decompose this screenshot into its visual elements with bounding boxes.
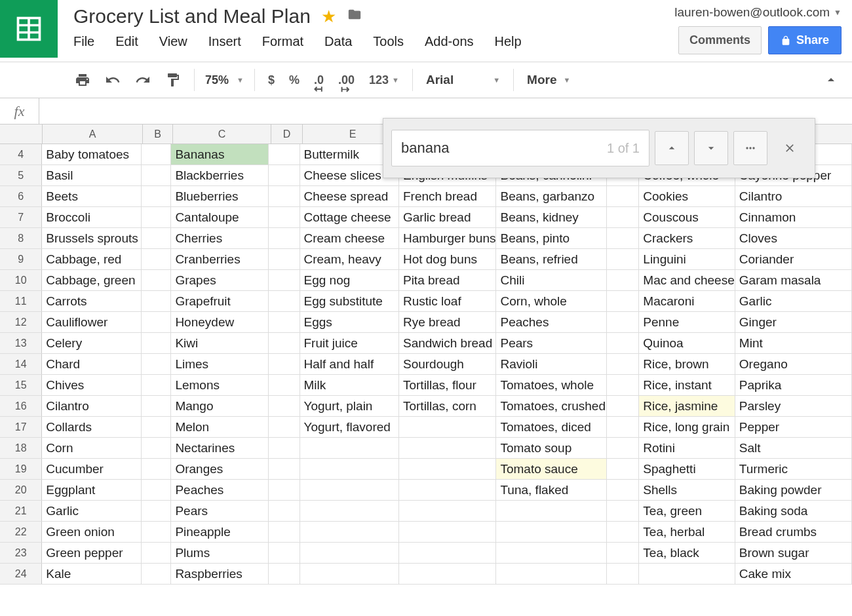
- cell[interactable]: French bread: [399, 186, 497, 206]
- star-icon[interactable]: ★: [321, 7, 336, 27]
- menu-data[interactable]: Data: [324, 34, 352, 49]
- cell[interactable]: [269, 186, 300, 206]
- cell[interactable]: [607, 228, 640, 248]
- format-percent-button[interactable]: %: [284, 69, 305, 91]
- cell[interactable]: Turmeric: [735, 459, 852, 479]
- cell[interactable]: Tortillas, flour: [399, 375, 497, 395]
- cell[interactable]: Blueberries: [171, 186, 269, 206]
- cell[interactable]: Linguini: [639, 249, 735, 269]
- row-header[interactable]: 19: [0, 459, 42, 479]
- row-header[interactable]: 18: [0, 438, 42, 458]
- find-close-button[interactable]: [773, 131, 807, 165]
- cell[interactable]: Tomato soup: [496, 438, 606, 458]
- cell[interactable]: [142, 438, 172, 458]
- cell[interactable]: [142, 291, 172, 311]
- cell[interactable]: [607, 417, 640, 437]
- cell[interactable]: [399, 438, 497, 458]
- redo-button[interactable]: [130, 68, 156, 92]
- cell[interactable]: [300, 480, 399, 500]
- cell[interactable]: Milk: [300, 375, 399, 395]
- cell[interactable]: Lemons: [171, 375, 269, 395]
- cell[interactable]: [399, 564, 497, 584]
- cell[interactable]: Plums: [171, 543, 269, 563]
- cell[interactable]: Eggplant: [42, 480, 141, 500]
- cell[interactable]: Oranges: [171, 459, 269, 479]
- cell[interactable]: [607, 564, 640, 584]
- column-header-B[interactable]: B: [143, 125, 173, 144]
- cell[interactable]: [269, 459, 300, 479]
- row-header[interactable]: 12: [0, 312, 42, 332]
- menu-tools[interactable]: Tools: [373, 34, 404, 49]
- cell[interactable]: [269, 333, 300, 353]
- cell[interactable]: [142, 501, 172, 521]
- cell[interactable]: [269, 564, 300, 584]
- cell[interactable]: [607, 480, 640, 500]
- cell[interactable]: [300, 564, 399, 584]
- menu-add-ons[interactable]: Add-ons: [425, 34, 474, 49]
- cell[interactable]: Tomatoes, diced: [496, 417, 606, 437]
- cell[interactable]: Chard: [42, 354, 141, 374]
- format-currency-button[interactable]: $: [263, 69, 280, 91]
- cell[interactable]: [399, 459, 497, 479]
- cell[interactable]: Rice, long grain: [639, 417, 735, 437]
- cell[interactable]: Green pepper: [42, 543, 141, 563]
- cell[interactable]: Rye bread: [399, 312, 497, 332]
- cell[interactable]: [142, 417, 172, 437]
- collapse-toolbar-button[interactable]: [818, 68, 844, 92]
- cell[interactable]: [269, 207, 300, 227]
- cell[interactable]: Peaches: [171, 480, 269, 500]
- cell[interactable]: Cabbage, green: [42, 270, 141, 290]
- cell[interactable]: [142, 459, 172, 479]
- cell[interactable]: Brown sugar: [735, 543, 852, 563]
- cell[interactable]: Raspberries: [171, 564, 269, 584]
- find-next-button[interactable]: [694, 131, 728, 165]
- cell[interactable]: Macaroni: [639, 291, 735, 311]
- cell[interactable]: [639, 564, 735, 584]
- cell[interactable]: [269, 396, 300, 416]
- cell[interactable]: [142, 165, 172, 185]
- cell[interactable]: Beans, garbanzo: [496, 186, 606, 206]
- cell[interactable]: Rustic loaf: [399, 291, 497, 311]
- row-header[interactable]: 10: [0, 270, 42, 290]
- cell[interactable]: Cranberries: [171, 249, 269, 269]
- cell[interactable]: Half and half: [300, 354, 399, 374]
- cell[interactable]: Yogurt, flavored: [300, 417, 399, 437]
- cell[interactable]: Garlic bread: [399, 207, 497, 227]
- cell[interactable]: Collards: [42, 417, 141, 437]
- cell[interactable]: Yogurt, plain: [300, 396, 399, 416]
- cell[interactable]: Salt: [735, 438, 852, 458]
- cell[interactable]: [269, 438, 300, 458]
- cell[interactable]: [607, 207, 640, 227]
- cell[interactable]: Melon: [171, 417, 269, 437]
- cell[interactable]: Cream cheese: [300, 228, 399, 248]
- row-header[interactable]: 4: [0, 144, 42, 164]
- zoom-dropdown[interactable]: 75%▼: [203, 73, 246, 87]
- cell[interactable]: [496, 522, 606, 542]
- cell[interactable]: Kale: [42, 564, 141, 584]
- cell[interactable]: Tomatoes, crushed: [496, 396, 606, 416]
- cell[interactable]: Garlic: [735, 291, 852, 311]
- cell[interactable]: [142, 312, 172, 332]
- cell[interactable]: Fruit juice: [300, 333, 399, 353]
- cell[interactable]: Sourdough: [399, 354, 497, 374]
- cell[interactable]: Cream, heavy: [300, 249, 399, 269]
- increase-decimal-button[interactable]: .00↦: [333, 69, 360, 91]
- cell[interactable]: Ginger: [735, 312, 852, 332]
- cell[interactable]: Garam masala: [735, 270, 852, 290]
- cell[interactable]: Limes: [171, 354, 269, 374]
- cell[interactable]: [607, 522, 640, 542]
- cell[interactable]: Cabbage, red: [42, 249, 141, 269]
- cell[interactable]: Basil: [42, 165, 141, 185]
- cell[interactable]: [607, 501, 640, 521]
- share-button[interactable]: Share: [768, 26, 842, 54]
- menu-help[interactable]: Help: [495, 34, 522, 49]
- cell[interactable]: [142, 207, 172, 227]
- cell[interactable]: [142, 333, 172, 353]
- cell[interactable]: [142, 354, 172, 374]
- cell[interactable]: Paprika: [735, 375, 852, 395]
- sheets-logo[interactable]: [0, 0, 58, 58]
- cell[interactable]: Cherries: [171, 228, 269, 248]
- cell[interactable]: Tea, green: [639, 501, 735, 521]
- cell[interactable]: [142, 270, 172, 290]
- cell[interactable]: Cinnamon: [735, 207, 852, 227]
